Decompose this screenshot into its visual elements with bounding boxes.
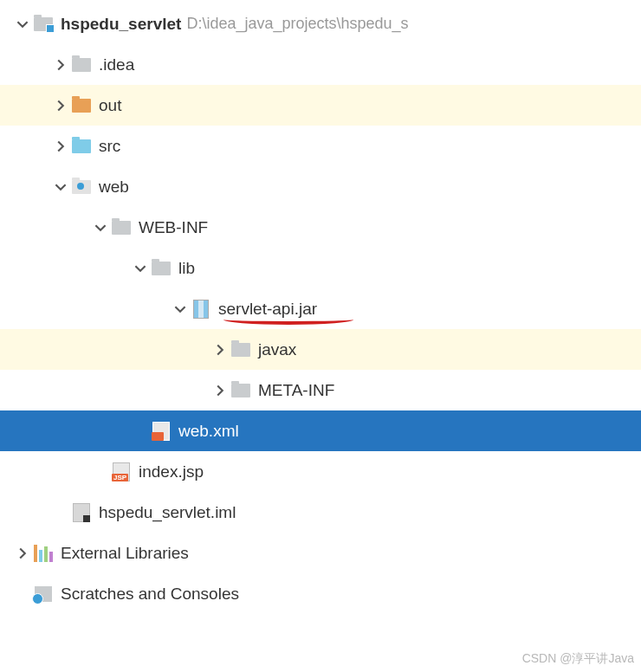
chevron-down-icon[interactable] — [12, 18, 33, 30]
tree-item-out[interactable]: out — [0, 85, 641, 126]
folder-icon — [230, 380, 251, 401]
watermark: CSDN @淳平讲Java — [522, 651, 634, 667]
tree-item-javax[interactable]: javax — [0, 329, 641, 370]
tree-item-webinf[interactable]: WEB-INF — [0, 207, 641, 248]
folder-web-icon — [71, 177, 92, 197]
item-label: WEB-INF — [139, 218, 208, 237]
chevron-down-icon[interactable] — [130, 262, 151, 275]
tree-item-src[interactable]: src — [0, 126, 641, 166]
chevron-right-icon[interactable] — [50, 59, 71, 71]
tree-item-web[interactable]: web — [0, 166, 641, 207]
tree-item-external-libraries[interactable]: External Libraries — [0, 533, 641, 573]
root-name: hspedu_servlet — [61, 15, 181, 34]
tree-item-webxml[interactable]: web.xml — [0, 410, 641, 451]
chevron-down-icon[interactable] — [170, 303, 191, 315]
folder-source-icon — [71, 136, 92, 157]
item-label: lib — [178, 259, 195, 278]
jsp-file-icon — [111, 462, 132, 482]
tree-item-indexjsp[interactable]: index.jsp — [0, 451, 641, 492]
annotation-underline — [223, 320, 353, 325]
item-label: out — [99, 96, 121, 115]
chevron-right-icon[interactable] — [50, 100, 71, 112]
tree-item-servletapi[interactable]: servlet-api.jar — [0, 288, 641, 329]
jar-icon — [191, 299, 211, 320]
scratches-icon — [33, 584, 54, 604]
project-tree: hspedu_servlet D:\idea_java_projects\hsp… — [0, 0, 641, 614]
item-label: External Libraries — [61, 544, 189, 563]
root-path: D:\idea_java_projects\hspedu_s — [186, 15, 408, 33]
libraries-icon — [33, 543, 54, 564]
tree-item-iml[interactable]: hspedu_servlet.iml — [0, 492, 641, 533]
chevron-right-icon[interactable] — [12, 547, 33, 559]
item-label: index.jsp — [139, 462, 204, 481]
item-label: servlet-api.jar — [218, 300, 317, 319]
chevron-right-icon[interactable] — [50, 140, 71, 152]
folder-icon — [151, 258, 172, 279]
tree-item-metainf[interactable]: META-INF — [0, 370, 641, 410]
chevron-right-icon[interactable] — [210, 384, 230, 397]
item-label: Scratches and Consoles — [61, 585, 239, 604]
chevron-down-icon[interactable] — [90, 222, 111, 234]
item-label: src — [99, 137, 120, 156]
folder-icon — [230, 339, 251, 360]
chevron-right-icon[interactable] — [210, 344, 230, 356]
xml-file-icon — [151, 421, 172, 442]
tree-item-scratches[interactable]: Scratches and Consoles — [0, 573, 641, 614]
item-label: javax — [258, 340, 296, 359]
module-folder-icon — [33, 14, 54, 35]
chevron-down-icon[interactable] — [50, 181, 71, 193]
iml-file-icon — [71, 502, 92, 523]
item-label: web — [99, 178, 129, 197]
folder-excluded-icon — [71, 95, 92, 116]
item-label: .idea — [99, 55, 134, 74]
folder-icon — [111, 217, 132, 238]
tree-item-lib[interactable]: lib — [0, 248, 641, 288]
item-label: hspedu_servlet.iml — [99, 503, 236, 522]
item-label: META-INF — [258, 381, 334, 400]
item-label: web.xml — [178, 422, 239, 441]
folder-icon — [71, 55, 92, 75]
tree-item-root[interactable]: hspedu_servlet D:\idea_java_projects\hsp… — [0, 3, 641, 44]
tree-item-idea[interactable]: .idea — [0, 44, 641, 85]
